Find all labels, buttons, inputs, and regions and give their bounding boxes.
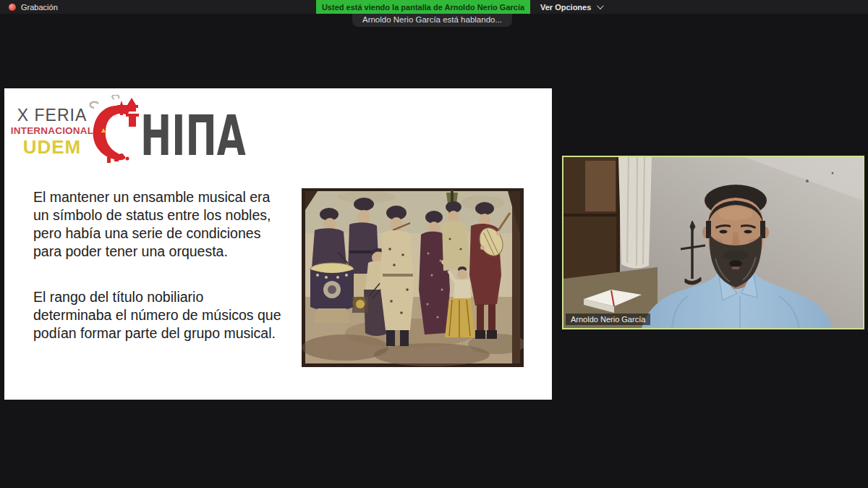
recording-icon	[9, 4, 16, 11]
meeting-top-bar: Grabación Usted está viendo la pantalla …	[0, 0, 868, 14]
slide-text-line: El mantener un ensamble musical era	[33, 188, 299, 206]
slide-text-line: El rango del título nobiliario	[33, 288, 299, 306]
china-dragon-c-icon	[85, 95, 143, 166]
slide-text-line: podían formar parte del grupo musical.	[33, 324, 299, 342]
slide-paragraph-1: El mantener un ensamble musical era un s…	[33, 188, 299, 261]
screen-share-banner-text: Usted está viendo la pantalla de Arnoldo…	[322, 3, 524, 12]
speaking-notification-text: Arnoldo Nerio García está hablando...	[362, 15, 502, 24]
view-options-label: Ver Opciones	[540, 3, 591, 12]
chevron-down-icon	[597, 2, 604, 9]
feria-logo-line1: X FERIA	[10, 107, 94, 124]
participant-name-label: Arnoldo Nerio García	[566, 314, 650, 325]
shared-screen-slide: X FERIA INTERNACIONAL UDEM HIΠA El mante…	[4, 88, 552, 400]
recording-indicator: Grabación	[9, 0, 58, 14]
china-logo-letters: HIΠA	[140, 109, 246, 164]
view-options-button[interactable]: Ver Opciones	[530, 0, 612, 14]
feria-logo: X FERIA INTERNACIONAL UDEM	[10, 107, 94, 156]
slide-paragraph-2: El rango del título nobiliario determina…	[33, 288, 299, 342]
participant-video-tile[interactable]: Arnoldo Nerio García	[562, 156, 864, 329]
screen-share-banner: Usted está viendo la pantalla de Arnoldo…	[316, 0, 530, 14]
slide-text-line: para poder tener una orquesta.	[33, 243, 299, 261]
musicians-mural-image	[302, 188, 524, 367]
feria-logo-line2: INTERNACIONAL	[10, 126, 94, 136]
slide-text-line: determinaba el número de músicos que	[33, 306, 299, 324]
slide-text-line: pero había una serie de condiciones	[33, 224, 299, 243]
participant-webcam-image	[563, 157, 863, 328]
feria-logo-line3: UDEM	[10, 138, 94, 156]
recording-label: Grabación	[21, 3, 58, 12]
slide-text-line: un símbolo de status entre los nobles,	[33, 206, 299, 224]
